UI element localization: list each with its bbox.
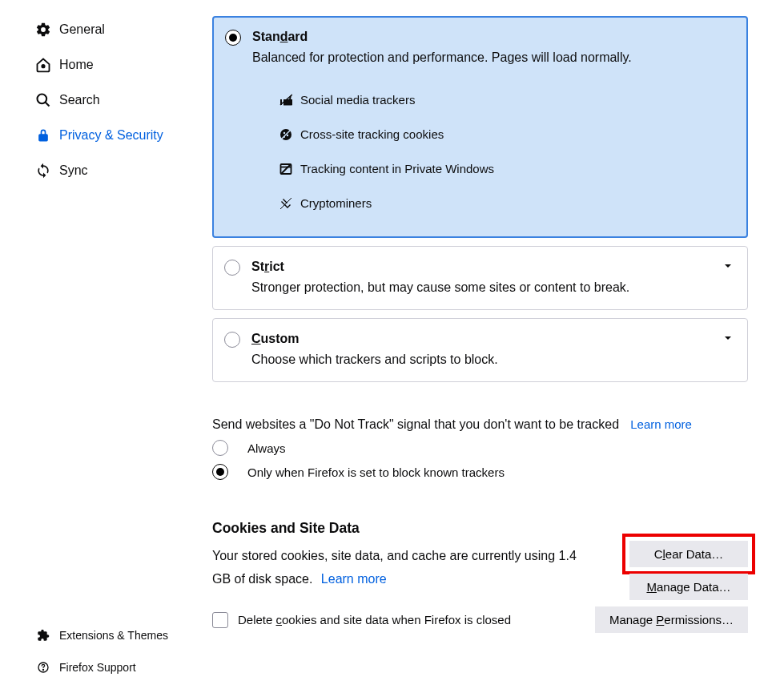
delete-cookies-checkbox[interactable]: [212, 612, 228, 628]
protection-title-standard: Standard: [252, 30, 308, 44]
cryptominer-icon: [279, 197, 292, 210]
svg-point-0: [42, 65, 44, 67]
radio-label: Only when Firefox is set to block known …: [247, 465, 505, 479]
dnt-always-option[interactable]: Always: [212, 440, 748, 456]
protection-desc-standard: Balanced for protection and performance.…: [214, 50, 746, 73]
protection-card-header: Strict: [213, 247, 747, 280]
tracker-item-cookies: Cross-site tracking cookies: [279, 117, 730, 151]
sidebar-item-label: General: [59, 22, 105, 37]
sync-icon: [35, 163, 51, 179]
cookies-section: Cookies and Site Data Your stored cookie…: [212, 520, 748, 628]
radio-label: Always: [247, 441, 286, 455]
sidebar-item-sync[interactable]: Sync: [0, 153, 204, 188]
protection-card-standard[interactable]: Standard Balanced for protection and per…: [212, 16, 748, 238]
svg-line-12: [280, 198, 291, 209]
tracker-list: Social media trackers Cross-site trackin…: [214, 73, 746, 236]
sidebar-top: General Home Search Privacy & Security S…: [0, 12, 204, 619]
radio-dot: [216, 468, 224, 476]
dnt-row: Send websites a "Do Not Track" signal th…: [212, 417, 748, 432]
tracker-label: Social media trackers: [300, 93, 415, 107]
radio-standard[interactable]: [225, 30, 241, 46]
protection-card-header: Custom: [213, 319, 747, 353]
protection-card-strict[interactable]: Strict Stronger protection, but may caus…: [212, 246, 748, 310]
gear-icon: [35, 22, 51, 38]
radio-strict[interactable]: [224, 260, 240, 276]
clear-data-button[interactable]: Clear Data…: [629, 541, 748, 567]
dnt-section: Send websites a "Do Not Track" signal th…: [212, 390, 748, 480]
protection-title-custom: Custom: [251, 332, 300, 346]
sidebar-item-extensions[interactable]: Extensions & Themes: [0, 619, 204, 651]
protection-desc-custom: Choose which trackers and scripts to blo…: [213, 353, 747, 381]
protection-card-header: Standard: [214, 18, 746, 50]
cookies-heading: Cookies and Site Data: [212, 520, 748, 537]
tracking-content-icon: [279, 163, 292, 175]
sidebar: General Home Search Privacy & Security S…: [0, 0, 204, 693]
dnt-text: Send websites a "Do Not Track" signal th…: [212, 417, 619, 431]
cookies-learn-more-link[interactable]: Learn more: [321, 572, 387, 586]
sidebar-item-search[interactable]: Search: [0, 83, 204, 118]
protection-desc-strict: Stronger protection, but may cause some …: [213, 280, 747, 309]
chevron-down-icon: [723, 332, 733, 341]
sidebar-item-label: Sync: [59, 163, 88, 178]
manage-permissions-button[interactable]: Manage Permissions…: [595, 606, 748, 633]
svg-point-6: [283, 131, 285, 133]
tracker-item-tracking-content: Tracking content in Private Windows: [279, 151, 730, 186]
protection-card-custom[interactable]: Custom Choose which trackers and scripts…: [212, 318, 748, 382]
sidebar-item-label: Home: [59, 58, 94, 72]
protection-title-strict: Strict: [251, 260, 284, 274]
sidebar-item-label: Extensions & Themes: [59, 629, 168, 642]
tracker-item-social: Social media trackers: [279, 83, 730, 117]
lock-icon: [35, 127, 51, 143]
svg-point-1: [38, 95, 47, 104]
search-icon: [35, 92, 51, 108]
checkbox-label: Delete cookies and site data when Firefo…: [238, 613, 511, 627]
tracker-label: Tracking content in Private Windows: [300, 162, 494, 175]
cookies-buttons: Clear Data… Manage Data… Manage Permissi…: [595, 541, 748, 633]
cookie-icon: [279, 128, 292, 141]
sidebar-item-home[interactable]: Home: [0, 47, 204, 83]
dnt-learn-more-link[interactable]: Learn more: [630, 417, 692, 431]
puzzle-icon: [35, 627, 51, 643]
cookies-desc: Your stored cookies, site data, and cach…: [212, 545, 581, 591]
tracker-item-cryptominers: Cryptominers: [279, 186, 730, 220]
chevron-down-icon: [723, 260, 733, 269]
svg-point-7: [287, 134, 288, 135]
svg-point-3: [42, 669, 43, 670]
sidebar-item-label: Search: [59, 93, 100, 107]
sidebar-item-label: Firefox Support: [59, 661, 136, 674]
dnt-only-when-option[interactable]: Only when Firefox is set to block known …: [212, 464, 748, 480]
home-icon: [35, 57, 51, 73]
sidebar-bottom: Extensions & Themes Firefox Support: [0, 619, 204, 693]
sidebar-item-support[interactable]: Firefox Support: [0, 651, 204, 683]
radio-dot: [229, 34, 237, 42]
tracker-label: Cross-site tracking cookies: [300, 127, 444, 141]
thumb-icon: [279, 94, 292, 107]
svg-line-11: [281, 164, 291, 174]
tracker-label: Cryptominers: [300, 196, 372, 210]
help-icon: [35, 659, 51, 675]
radio-dnt-only-when[interactable]: [212, 464, 228, 480]
sidebar-item-label: Privacy & Security: [59, 128, 163, 143]
main: Standard Balanced for protection and per…: [204, 0, 784, 693]
sidebar-item-privacy-security[interactable]: Privacy & Security: [0, 118, 204, 153]
manage-data-button[interactable]: Manage Data…: [629, 574, 748, 600]
radio-custom[interactable]: [224, 332, 240, 348]
radio-dnt-always[interactable]: [212, 440, 228, 456]
sidebar-item-general[interactable]: General: [0, 12, 204, 47]
